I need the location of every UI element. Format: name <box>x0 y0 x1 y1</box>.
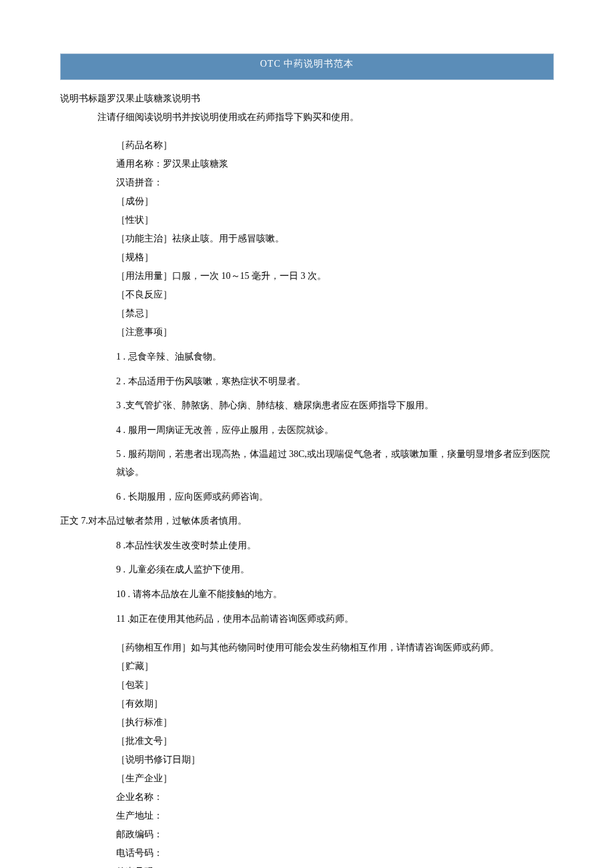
precaution-9: 9 . 儿童必须在成人监护下使用。 <box>60 561 554 579</box>
precaution-2: 2 . 本品适用于伤风咳嗽，寒热症状不明显者。 <box>60 373 554 391</box>
field-postal-code: 邮政编码： <box>60 825 554 844</box>
field-company-name: 企业名称： <box>60 788 554 807</box>
precaution-8: 8 .本品性状发生改变时禁止使用。 <box>60 537 554 555</box>
field-precautions-heading: ［注意事项］ <box>60 323 554 342</box>
banner-title: OTC 中药说明书范本 <box>60 53 554 80</box>
field-pinyin: 汉语拼音： <box>60 173 554 192</box>
field-properties: ［性状］ <box>60 211 554 230</box>
field-standard: ［执行标准］ <box>60 713 554 732</box>
notice-line: 注请仔细阅读说明书并按说明使用或在药师指导下购买和使用。 <box>60 108 554 127</box>
field-production-address: 生产地址： <box>60 807 554 825</box>
field-packaging: ［包装］ <box>60 676 554 695</box>
precaution-4: 4 . 服用一周病证无改善，应停止服用，去医院就诊。 <box>60 422 554 440</box>
field-drug-interactions: ［药物相互作用］如与其他药物同时使用可能会发生药物相互作用，详情请咨询医师或药师… <box>60 638 554 657</box>
field-contraindications: ［禁忌］ <box>60 304 554 323</box>
field-fax: 传真号码： <box>60 863 554 868</box>
field-approval-number: ［批准文号］ <box>60 732 554 751</box>
field-adverse-reactions: ［不良反应］ <box>60 286 554 304</box>
field-indications: ［功能主治］祛痰止咳。用于感冒咳嗽。 <box>60 230 554 248</box>
field-drug-name-heading: ［药品名称］ <box>60 136 554 155</box>
body-label-precaution-7: 正文 7.对本品过敏者禁用，过敏体质者慎用。 <box>60 512 554 530</box>
field-specification: ［规格］ <box>60 248 554 267</box>
field-ingredients: ［成份］ <box>60 192 554 211</box>
field-phone: 电话号码： <box>60 844 554 863</box>
precaution-10: 10 . 请将本品放在儿童不能接触的地方。 <box>60 586 554 604</box>
title-line: 说明书标题罗汉果止咳糖浆说明书 <box>60 89 554 108</box>
field-expiry: ［有效期］ <box>60 695 554 713</box>
field-manufacturer-heading: ［生产企业］ <box>60 769 554 788</box>
precaution-6: 6 . 长期服用，应向医师或药师咨询。 <box>60 488 554 506</box>
precaution-11: 11 .如正在使用其他药品，使用本品前请咨询医师或药师。 <box>60 610 554 628</box>
field-dosage: ［用法用量］口服，一次 10～15 毫升，一日 3 次。 <box>60 267 554 286</box>
field-revision-date: ［说明书修订日期］ <box>60 751 554 769</box>
spacer <box>60 127 554 136</box>
precaution-5: 5 . 服药期间，若患者出现高热，体温超过 38C,或出现喘促气急者，或咳嗽加重… <box>60 446 554 481</box>
document-page: OTC 中药说明书范本 说明书标题罗汉果止咳糖浆说明书 注请仔细阅读说明书并按说… <box>0 0 614 868</box>
precaution-3: 3 .支气管扩张、肺脓疡、肺心病、肺结核、糖尿病患者应在医师指导下服用。 <box>60 397 554 415</box>
field-storage: ［贮藏］ <box>60 657 554 676</box>
field-common-name: 通用名称：罗汉果止咳糖浆 <box>60 155 554 173</box>
precaution-1: 1 . 忌食辛辣、油腻食物。 <box>60 348 554 366</box>
